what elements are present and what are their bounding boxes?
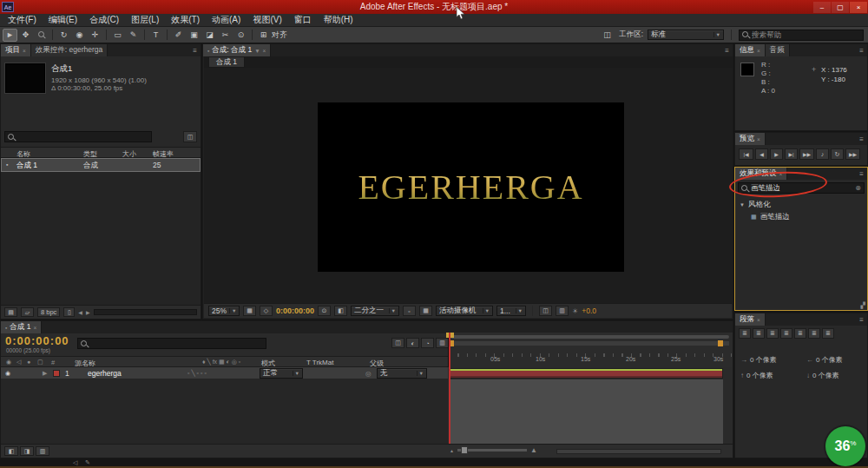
project-filter-icon[interactable]: ◫ — [183, 131, 197, 142]
parent-pickwhip-icon[interactable]: ◎ — [365, 370, 372, 378]
audio-toggle-button[interactable]: ♪ — [816, 148, 829, 160]
panel-menu-icon[interactable]: ≡ — [721, 44, 733, 56]
ram-preview-button[interactable]: ▶▶ — [845, 148, 860, 160]
tab-project[interactable]: 项目 × — [1, 44, 31, 56]
view-layout-select[interactable]: 1... ▼ — [496, 306, 526, 316]
timeline-horizontal-scrollbar[interactable] — [556, 449, 721, 454]
zoom-out-mountain-icon[interactable]: ▲ — [450, 448, 454, 453]
menu-composition[interactable]: 合成(C) — [83, 14, 125, 26]
close-button[interactable]: × — [850, 2, 867, 13]
resize-grip-icon[interactable]: ▞ — [861, 302, 865, 309]
close-icon[interactable]: × — [757, 136, 760, 142]
close-icon[interactable]: × — [33, 325, 36, 331]
space-after-value[interactable]: 0 个像素 — [812, 371, 839, 380]
menu-effect[interactable]: 效果(T) — [165, 14, 206, 26]
layer-duration-bar[interactable] — [450, 368, 723, 379]
effect-item-row[interactable]: ▦ 画笔描边 — [751, 212, 790, 222]
shape-tool[interactable]: ▭ — [110, 29, 125, 42]
zoom-slider-handle[interactable] — [461, 446, 468, 454]
region-of-interest-icon[interactable]: ▫ — [403, 306, 416, 316]
space-after-field[interactable]: ↓ 0 个像素 — [806, 371, 839, 380]
snap-checkbox[interactable]: ⊞ — [256, 29, 271, 42]
justify-last-center-icon[interactable]: ≣ — [794, 328, 806, 339]
menu-animation[interactable]: 动画(A) — [206, 14, 247, 26]
space-before-field[interactable]: ↑ 0 个像素 — [740, 371, 773, 380]
frame-blend-icon[interactable]: ◔ — [421, 338, 434, 348]
timeline-search-input[interactable] — [90, 339, 263, 348]
justify-all-icon[interactable]: ≣ — [822, 328, 834, 339]
indent-left-value[interactable]: 0 个像素 — [750, 355, 777, 365]
layer-switches[interactable]: ▫ ╲ ▫ ▫ ▫ — [187, 370, 207, 377]
eraser-tool[interactable]: ◪ — [202, 29, 217, 42]
expand-transfer-controls-icon[interactable]: ◨ — [20, 446, 34, 456]
first-frame-button[interactable]: |◀ — [739, 148, 753, 160]
scroll-left-icon[interactable]: ◀ — [78, 309, 82, 315]
selection-tool[interactable]: ► — [3, 29, 17, 42]
current-time-indicator[interactable] — [449, 333, 450, 445]
panel-menu-icon[interactable]: ≡ — [189, 44, 201, 56]
close-icon[interactable]: × — [757, 48, 760, 54]
exposure-icon[interactable]: ☀ — [572, 307, 578, 315]
grid-guides-icon[interactable]: ▦ — [243, 306, 256, 316]
menu-file[interactable]: 文件(F) — [2, 14, 43, 26]
bit-depth-button[interactable]: 8 bpc — [37, 307, 60, 317]
panel-menu-icon[interactable]: ≡ — [856, 133, 867, 145]
expand-layer-switches-icon[interactable]: ◧ — [4, 446, 18, 456]
column-trkmat[interactable]: T TrkMat — [306, 359, 333, 366]
play-button[interactable]: ▶ — [770, 148, 783, 160]
puppet-pin-tool[interactable]: ⊙ — [233, 29, 248, 42]
exposure-value[interactable]: +0.0 — [582, 307, 596, 315]
indent-right-field[interactable]: ← 0 个像素 — [806, 355, 843, 365]
loop-button[interactable]: ↻ — [831, 148, 844, 160]
tab-effects-presets[interactable]: 效果和预设 × — [735, 168, 787, 180]
tree-expander-icon[interactable]: ▼ — [740, 202, 745, 208]
layer-expander-icon[interactable]: ▶ — [43, 370, 47, 377]
help-search-input[interactable] — [752, 30, 860, 39]
pan-behind-tool[interactable]: ✛ — [88, 29, 102, 42]
expand-inout-icon[interactable]: ▥ — [36, 446, 49, 456]
menu-help[interactable]: 帮助(H) — [318, 14, 359, 26]
column-type[interactable]: 类型 — [83, 149, 97, 159]
zoom-slider-track[interactable] — [457, 449, 527, 452]
project-row-comp1[interactable]: ▪ 合成 1 合成 25 — [2, 159, 200, 171]
resolution-select[interactable]: 二分之一 ▼ — [351, 306, 399, 316]
time-ruler[interactable]: 05s 10s 15s 20s 25s 30s — [448, 333, 733, 367]
close-icon[interactable]: × — [23, 48, 26, 54]
rotate-tool[interactable]: ↻ — [56, 29, 71, 42]
panel-menu-icon[interactable]: ≡ — [856, 313, 867, 326]
brush-tool[interactable]: ✐ — [171, 29, 186, 42]
effects-category-row[interactable]: ▼ 风格化 — [740, 200, 770, 210]
previous-frame-button[interactable]: ◀ — [755, 148, 768, 160]
work-area-bar[interactable] — [450, 341, 729, 346]
layer-parent-select[interactable]: 无 ▼ — [377, 368, 427, 379]
justify-last-left-icon[interactable]: ≣ — [780, 328, 792, 339]
camera-tool[interactable]: ◉ — [72, 29, 87, 42]
column-size[interactable]: 大小 — [122, 149, 136, 159]
maximize-button[interactable]: ▢ — [832, 2, 849, 13]
close-icon[interactable]: × — [757, 317, 760, 323]
work-area-end-handle[interactable] — [718, 340, 723, 346]
align-left-icon[interactable]: ≣ — [739, 328, 751, 339]
channels-icon[interactable]: ◧ — [334, 306, 347, 316]
fast-preview-icon[interactable]: ▥ — [556, 306, 569, 316]
project-search-input[interactable] — [17, 133, 148, 142]
indent-left-field[interactable]: → 0 个像素 — [740, 355, 777, 365]
close-icon[interactable]: × — [263, 48, 266, 54]
interpret-footage-icon[interactable]: ▤ — [4, 307, 17, 317]
last-frame-button[interactable]: ▶▶ — [799, 148, 814, 160]
clear-search-icon[interactable]: ⊗ — [855, 184, 861, 192]
column-framerate[interactable]: 帧速率 — [153, 149, 174, 159]
time-navigator-bar[interactable] — [450, 335, 729, 339]
zoom-in-mountain-icon[interactable]: ▲ — [530, 446, 537, 454]
text-tool[interactable]: T — [148, 29, 163, 42]
hand-tool[interactable]: ✥ — [18, 29, 33, 42]
new-folder-icon[interactable]: ▱ — [21, 307, 34, 317]
next-frame-button[interactable]: ▶| — [785, 148, 798, 160]
transparency-grid-icon[interactable]: ▦ — [419, 306, 432, 316]
column-name[interactable]: 名称 — [16, 149, 30, 159]
mini-flowchart-icon[interactable]: ◫ — [391, 338, 404, 348]
layer-video-toggle[interactable]: ◉ — [5, 370, 10, 377]
mini-flowchart-icon[interactable]: ◫ — [539, 306, 552, 316]
space-before-value[interactable]: 0 个像素 — [746, 371, 773, 380]
scroll-right-icon[interactable]: ▶ — [86, 309, 90, 315]
